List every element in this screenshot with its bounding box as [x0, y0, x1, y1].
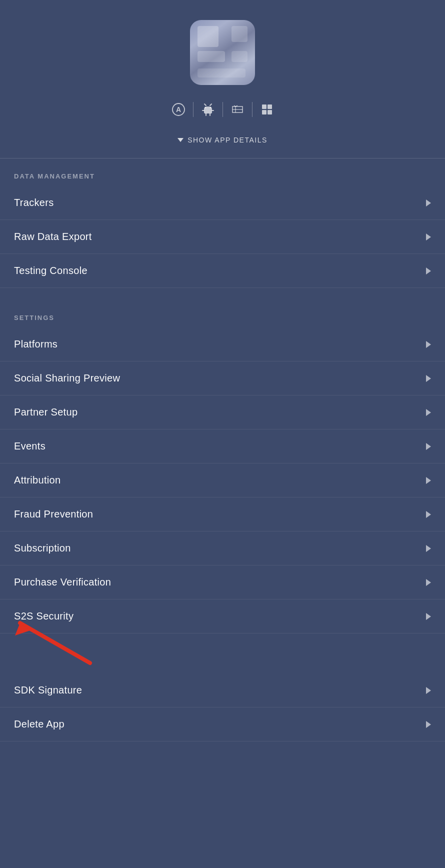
fraud-prevention-item[interactable]: Fraud Prevention [0, 498, 445, 532]
svg-rect-11 [268, 104, 272, 109]
events-chevron [426, 443, 431, 450]
show-details-label: SHOW APP DETAILS [188, 136, 268, 144]
svg-rect-12 [262, 110, 266, 114]
svg-line-9 [210, 104, 212, 106]
show-app-details-button[interactable]: SHOW APP DETAILS [170, 132, 276, 148]
raw-data-export-label: Raw Data Export [14, 231, 92, 242]
s2s-security-chevron [426, 613, 431, 620]
attribution-chevron [426, 477, 431, 484]
settings-header: SETTINGS [0, 300, 445, 328]
raw-data-export-item[interactable]: Raw Data Export [0, 220, 445, 254]
data-management-header: DATA MANAGEMENT [0, 158, 445, 186]
partner-setup-label: Partner Setup [14, 406, 78, 418]
partner-setup-item[interactable]: Partner Setup [0, 396, 445, 430]
events-item[interactable]: Events [0, 430, 445, 464]
trackers-item[interactable]: Trackers [0, 186, 445, 220]
purchase-verification-item[interactable]: Purchase Verification [0, 566, 445, 600]
subscription-chevron [426, 545, 431, 552]
attribution-label: Attribution [14, 474, 60, 486]
fraud-prevention-chevron [426, 511, 431, 518]
app-header: A [0, 0, 445, 158]
divider-3 [252, 102, 252, 117]
purchase-verification-chevron [426, 579, 431, 586]
app-icon [190, 20, 255, 85]
svg-rect-13 [268, 110, 272, 114]
sdk-signature-label: SDK Signature [14, 684, 82, 696]
subscription-item[interactable]: Subscription [0, 532, 445, 566]
social-sharing-preview-chevron [426, 375, 431, 382]
sdk-signature-chevron [426, 687, 431, 694]
attribution-item[interactable]: Attribution [0, 464, 445, 498]
testing-console-item[interactable]: Testing Console [0, 254, 445, 288]
social-sharing-preview-item[interactable]: Social Sharing Preview [0, 362, 445, 396]
platforms-item[interactable]: Platforms [0, 328, 445, 362]
events-label: Events [14, 440, 46, 452]
svg-text:A: A [176, 106, 180, 114]
data-management-section: DATA MANAGEMENT Trackers Raw Data Export… [0, 158, 445, 288]
subscription-label: Subscription [14, 542, 71, 554]
section-gap-2 [0, 634, 445, 674]
trackers-label: Trackers [14, 197, 54, 208]
s2s-security-item[interactable]: S2S Security [0, 600, 445, 634]
delete-app-chevron [426, 721, 431, 728]
sdk-signature-item[interactable]: SDK Signature [0, 674, 445, 708]
svg-rect-10 [262, 104, 266, 109]
android-icon[interactable] [196, 97, 220, 122]
svg-line-8 [204, 104, 206, 106]
testing-console-label: Testing Console [14, 265, 88, 276]
social-sharing-preview-label: Social Sharing Preview [14, 372, 120, 384]
partner-setup-chevron [426, 409, 431, 416]
delete-app-label: Delete App [14, 718, 64, 730]
windows-store-icon[interactable] [225, 97, 250, 122]
trackers-chevron [426, 200, 431, 206]
raw-data-export-chevron [426, 234, 431, 240]
divider-1 [193, 102, 194, 117]
platforms-label: Platforms [14, 338, 58, 350]
delete-app-item[interactable]: Delete App [0, 708, 445, 742]
settings-section: SETTINGS Platforms Social Sharing Previe… [0, 300, 445, 742]
s2s-security-label: S2S Security [14, 610, 74, 622]
appstore-icon[interactable]: A [166, 97, 191, 122]
purchase-verification-label: Purchase Verification [14, 576, 111, 588]
platform-icons-row: A [166, 97, 280, 122]
divider-2 [222, 102, 223, 117]
bottom-padding [0, 742, 445, 772]
triangle-icon [178, 138, 184, 142]
platforms-chevron [426, 341, 431, 348]
windows-icon[interactable] [254, 97, 280, 122]
fraud-prevention-label: Fraud Prevention [14, 508, 93, 520]
section-gap-1 [0, 288, 445, 300]
testing-console-chevron [426, 268, 431, 274]
